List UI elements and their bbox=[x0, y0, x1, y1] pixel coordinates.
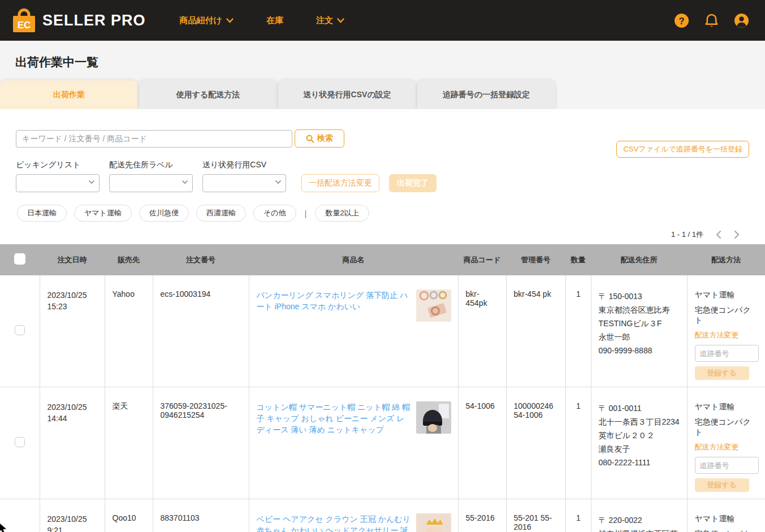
app-logo[interactable]: EC SELLER PRO bbox=[11, 7, 146, 33]
address-line: 東京都渋谷区恵比寿 bbox=[599, 303, 680, 317]
invoice-csv-select[interactable] bbox=[202, 174, 286, 192]
col-header-delivery-method: 配送方法 bbox=[687, 244, 765, 275]
delivery-method-cell: ヤマト運輸 宅急便コンパクト 配送方法変更 登録する bbox=[687, 275, 765, 387]
change-delivery-method-link[interactable]: 配送方法変更 bbox=[695, 330, 739, 340]
management-number-cell: 55-201 55-2016 bbox=[506, 499, 565, 532]
row-select-checkbox[interactable] bbox=[15, 325, 25, 335]
product-name-link[interactable]: バンカーリング スマホリング 落下防止 ハート iPhone スマホ かわいい bbox=[257, 289, 412, 322]
management-number-cell: 100000246 54-1006 bbox=[506, 387, 565, 499]
carrier-name: ヤマト運輸 bbox=[695, 401, 759, 412]
pill-nippon-unyu[interactable]: 日本運輸 bbox=[17, 205, 67, 222]
marketplace-cell: 楽天 bbox=[105, 387, 153, 499]
tab-delivery-methods[interactable]: 使用する配送方法 bbox=[139, 80, 277, 109]
tracking-number-input[interactable] bbox=[695, 345, 759, 362]
search-button[interactable]: 検索 bbox=[295, 129, 344, 148]
col-header-shipping-address: 配送先住所 bbox=[591, 244, 687, 275]
select-all-checkbox[interactable] bbox=[14, 253, 25, 265]
quantity-cell: 1 bbox=[565, 499, 591, 532]
pill-sagawa[interactable]: 佐川急便 bbox=[139, 205, 189, 222]
picking-list-select[interactable] bbox=[16, 174, 100, 192]
pagination: 1 - 1 / 1件 bbox=[0, 222, 765, 244]
search-icon bbox=[306, 135, 314, 143]
ship-complete-button[interactable]: 出荷完了 bbox=[389, 174, 436, 192]
order-datetime-cell: 2023/10/25 15:23 bbox=[40, 275, 105, 387]
nav-item-orders[interactable]: 注文 bbox=[316, 15, 344, 26]
tab-label: 追跡番号の一括登録設定 bbox=[443, 90, 530, 100]
nav-label: 在庫 bbox=[266, 15, 283, 26]
address-line: 〒 150-0013 bbox=[599, 289, 680, 303]
order-date: 2023/10/25 bbox=[47, 289, 98, 301]
app-header: EC SELLER PRO 商品紐付け 在庫 注文 ? bbox=[0, 0, 765, 41]
register-tracking-button[interactable]: 登録する bbox=[695, 366, 749, 380]
csv-bulk-register-button[interactable]: CSVファイルで追跡番号を一括登録 bbox=[616, 141, 749, 158]
address-line: 〒 220-0022 bbox=[599, 513, 680, 527]
nav-item-product-linking[interactable]: 商品紐付け bbox=[180, 15, 234, 26]
product-image bbox=[416, 401, 451, 434]
address-line: TESTINGビル３F bbox=[599, 317, 680, 330]
bell-icon[interactable] bbox=[704, 13, 719, 28]
order-number-cell: ecs-10003194 bbox=[153, 275, 249, 387]
address-line: 瀬良友子 bbox=[599, 442, 680, 456]
tracking-number-input[interactable] bbox=[695, 457, 759, 474]
shipping-address-cell: 〒 001-0011北十一条西３丁目2234英市ビル２０２瀬良友子080-222… bbox=[591, 387, 687, 499]
marketplace-cell: Yahoo bbox=[105, 275, 153, 387]
col-header-product-code: 商品コード bbox=[458, 244, 506, 275]
page-title: 出荷作業中一覧 bbox=[0, 41, 765, 80]
bulk-change-delivery-button[interactable]: 一括配送方法変更 bbox=[301, 174, 379, 192]
order-number-cell: 376059-20231025-0946215254 bbox=[153, 387, 249, 499]
tab-label: 使用する配送方法 bbox=[176, 90, 240, 100]
delivery-method-cell: ヤマト運輸 宅急便コンパクト 配送方法変更 登録する bbox=[687, 499, 765, 532]
orders-table: 注文日時 販売先 注文番号 商品名 商品コード 管理番号 数量 配送先住所 配送… bbox=[0, 244, 765, 532]
change-delivery-method-link[interactable]: 配送方法変更 bbox=[695, 442, 739, 452]
address-label-select[interactable] bbox=[109, 174, 193, 192]
svg-text:?: ? bbox=[678, 15, 684, 25]
col-header-product-name: 商品名 bbox=[249, 244, 458, 275]
pill-other[interactable]: その他 bbox=[253, 205, 296, 222]
pill-quantity-2plus[interactable]: 数量2以上 bbox=[315, 205, 369, 222]
chevron-down-icon bbox=[226, 18, 234, 23]
prev-page-icon[interactable] bbox=[716, 230, 721, 239]
pill-yamato[interactable]: ヤマト運輸 bbox=[74, 205, 132, 222]
register-tracking-button[interactable]: 登録する bbox=[695, 478, 749, 492]
col-header-marketplace: 販売先 bbox=[105, 244, 153, 275]
tab-shipping-work[interactable]: 出荷作業 bbox=[0, 80, 138, 109]
product-name-link[interactable]: コットン帽 サマーニット帽 ニット帽 綿 帽子 キャップ おしゃれ ビーニー メ… bbox=[257, 401, 412, 435]
tab-tracking-bulk-settings[interactable]: 追跡番号の一括登録設定 bbox=[417, 80, 555, 109]
delivery-method-name: 宅急便コンパクト bbox=[695, 417, 759, 437]
filter-picking-list: ピッキングリスト bbox=[16, 160, 100, 192]
mouse-cursor bbox=[0, 521, 10, 532]
order-row: 2023/10/25 9:21 Qoo10 883701103 ベビー ヘアアク… bbox=[0, 499, 765, 532]
pill-separator: | bbox=[304, 209, 308, 218]
tab-label: 送り状発行用CSVの設定 bbox=[303, 90, 391, 100]
pill-seino[interactable]: 西濃運輸 bbox=[196, 205, 246, 222]
search-input[interactable] bbox=[16, 130, 292, 148]
order-date: 2023/10/25 bbox=[47, 401, 98, 413]
pagination-info: 1 - 1 / 1件 bbox=[671, 230, 703, 240]
filter-address-label: 配送先住所ラベル bbox=[109, 160, 193, 192]
filter-label: 配送先住所ラベル bbox=[109, 160, 193, 170]
product-cell: コットン帽 サマーニット帽 ニット帽 綿 帽子 キャップ おしゃれ ビーニー メ… bbox=[249, 387, 458, 499]
search-button-label: 検索 bbox=[317, 133, 333, 144]
carrier-name: ヤマト運輸 bbox=[695, 513, 759, 524]
next-page-icon[interactable] bbox=[734, 230, 740, 239]
user-avatar-icon[interactable] bbox=[734, 13, 749, 28]
help-icon[interactable]: ? bbox=[674, 13, 689, 28]
address-line: 北十一条西３丁目2234 bbox=[599, 415, 680, 429]
title-strip: 出荷作業中一覧 出荷作業 使用する配送方法 送り状発行用CSVの設定 追跡番号の… bbox=[0, 41, 765, 109]
quantity-cell: 1 bbox=[565, 275, 591, 387]
order-row: 2023/10/25 14:44 楽天 376059-20231025-0946… bbox=[0, 387, 765, 499]
order-time: 14:44 bbox=[47, 413, 98, 424]
order-row: 2023/10/25 15:23 Yahoo ecs-10003194 バンカー… bbox=[0, 275, 765, 387]
tab-csv-settings[interactable]: 送り状発行用CSVの設定 bbox=[278, 80, 416, 109]
tab-bar: 出荷作業 使用する配送方法 送り状発行用CSVの設定 追跡番号の一括登録設定 bbox=[0, 80, 765, 109]
order-time: 9:21 bbox=[47, 525, 98, 532]
tab-label: 出荷作業 bbox=[53, 90, 85, 100]
product-name-link[interactable]: ベビー ヘアアクセ クラウン 王冠 かんむり 赤ちゃん かわいい ヘッドアクセサ… bbox=[257, 513, 412, 532]
nav-label: 商品紐付け bbox=[180, 15, 222, 26]
nav-item-inventory[interactable]: 在庫 bbox=[266, 15, 283, 26]
col-header-order-number: 注文番号 bbox=[153, 244, 249, 275]
nav-label: 注文 bbox=[316, 15, 333, 26]
order-number-cell: 883701103 bbox=[153, 499, 249, 532]
order-datetime-cell: 2023/10/25 14:44 bbox=[40, 387, 105, 499]
row-select-checkbox[interactable] bbox=[15, 437, 25, 447]
